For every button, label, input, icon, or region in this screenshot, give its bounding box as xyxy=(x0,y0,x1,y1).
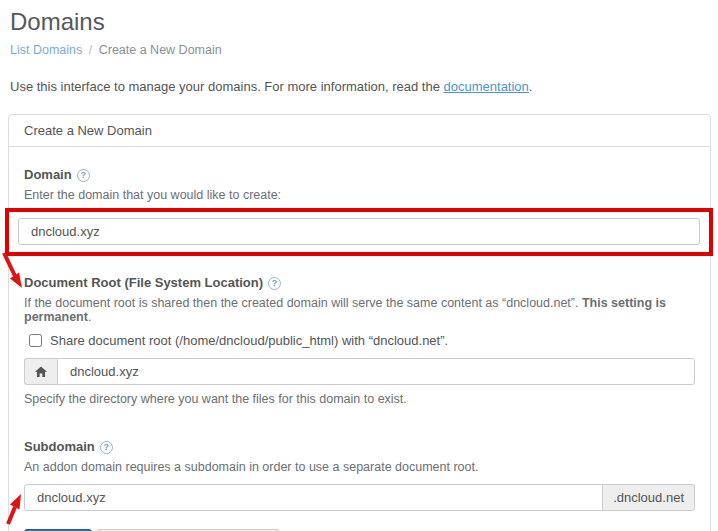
help-icon[interactable]: ? xyxy=(77,169,90,182)
domain-field-group: Domain? Enter the domain that you would … xyxy=(24,167,695,256)
docroot-input-group xyxy=(24,358,695,385)
panel-header: Create a New Domain xyxy=(9,115,710,147)
docroot-hint: Specify the directory where you want the… xyxy=(24,392,695,406)
subdomain-input-group: .dncloud.net xyxy=(24,484,695,511)
intro-text-after: . xyxy=(529,79,533,94)
domain-label: Domain xyxy=(24,167,72,182)
help-icon[interactable]: ? xyxy=(268,277,281,290)
subdomain-field-group: Subdomain? An addon domain requires a su… xyxy=(24,439,695,511)
breadcrumb-list-domains-link[interactable]: List Domains xyxy=(10,43,82,57)
intro-text-before: Use this interface to manage your domain… xyxy=(10,79,444,94)
subdomain-label: Subdomain xyxy=(24,439,95,454)
intro-text: Use this interface to manage your domain… xyxy=(10,79,711,94)
create-domain-panel: Create a New Domain Domain? Enter the do… xyxy=(8,114,711,531)
panel-body: Domain? Enter the domain that you would … xyxy=(9,147,710,531)
docroot-description-normal: If the document root is shared then the … xyxy=(24,296,582,310)
subdomain-description: An addon domain requires a subdomain in … xyxy=(24,460,695,474)
docroot-description: If the document root is shared then the … xyxy=(24,296,695,324)
breadcrumb: List Domains / Create a New Domain xyxy=(10,43,711,57)
docroot-label: Document Root (File System Location) xyxy=(24,275,263,290)
share-docroot-checkbox[interactable] xyxy=(29,334,42,347)
docroot-input[interactable] xyxy=(57,358,695,385)
annotation-highlight-domain-input xyxy=(5,208,713,256)
page-title: Domains xyxy=(10,8,711,36)
domain-description: Enter the domain that you would like to … xyxy=(24,188,695,202)
home-icon xyxy=(24,358,57,385)
share-docroot-label: Share document root (/home/dncloud/publi… xyxy=(50,333,448,348)
documentation-link[interactable]: documentation xyxy=(444,79,529,94)
subdomain-input[interactable] xyxy=(24,484,603,511)
docroot-field-group: Document Root (File System Location)? If… xyxy=(24,275,695,406)
docroot-description-end: . xyxy=(88,310,91,324)
domain-input[interactable] xyxy=(18,218,700,245)
share-docroot-row: Share document root (/home/dncloud/publi… xyxy=(24,333,695,348)
help-icon[interactable]: ? xyxy=(100,441,113,454)
breadcrumb-current: Create a New Domain xyxy=(99,43,222,57)
breadcrumb-separator: / xyxy=(89,43,92,57)
subdomain-suffix: .dncloud.net xyxy=(603,484,695,511)
